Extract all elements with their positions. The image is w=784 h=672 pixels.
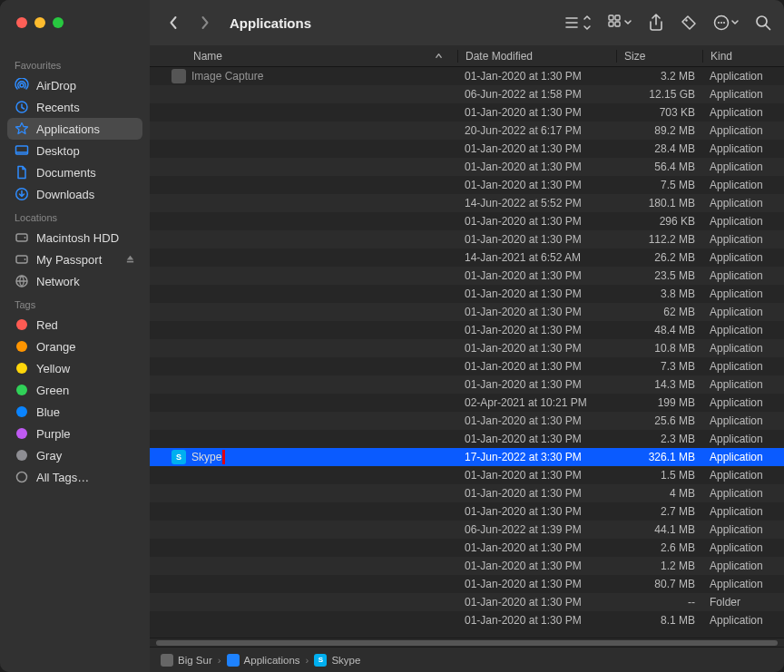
group-by-button[interactable] bbox=[608, 15, 632, 31]
file-list[interactable]: Image Capture01-Jan-2020 at 1:30 PM3.2 M… bbox=[150, 67, 784, 638]
file-row[interactable]: 14-Jun-2022 at 5:52 PM180.1 MBApplicatio… bbox=[150, 194, 784, 212]
sidebar-item-my-passport[interactable]: My Passport bbox=[7, 248, 142, 270]
sidebar-item-purple[interactable]: Purple bbox=[7, 423, 142, 444]
file-row[interactable]: 01-Jan-2020 at 1:30 PM--Folder bbox=[150, 593, 784, 611]
forward-button[interactable] bbox=[193, 12, 215, 34]
column-header-kind[interactable]: Kind bbox=[702, 50, 784, 63]
file-row[interactable]: 01-Jan-2020 at 1:30 PM2.7 MBApplication bbox=[150, 502, 784, 521]
file-kind: Application bbox=[702, 541, 784, 554]
column-header-size[interactable]: Size bbox=[616, 50, 702, 63]
sidebar-item-network[interactable]: Network bbox=[7, 270, 142, 292]
sidebar-item-blue[interactable]: Blue bbox=[7, 401, 142, 423]
path-segment[interactable]: Big Sur bbox=[161, 654, 212, 667]
sidebar-item-desktop[interactable]: Desktop bbox=[7, 140, 142, 161]
zoom-window-button[interactable] bbox=[53, 17, 64, 28]
file-row[interactable]: 01-Jan-2020 at 1:30 PM23.5 MBApplication bbox=[150, 267, 784, 285]
sidebar-item-gray[interactable]: Gray bbox=[7, 444, 142, 466]
file-row[interactable]: 02-Apr-2021 at 10:21 PM199 MBApplication bbox=[150, 394, 784, 412]
path-segment[interactable]: SSkype bbox=[314, 654, 360, 667]
sidebar-item-red[interactable]: Red bbox=[7, 314, 142, 336]
close-window-button[interactable] bbox=[16, 17, 27, 28]
column-headers: Name Date Modified Size Kind bbox=[150, 45, 784, 67]
sidebar-item-downloads[interactable]: Downloads bbox=[7, 183, 142, 205]
sidebar-item-label: Purple bbox=[36, 427, 71, 441]
sidebar-item-macintosh-hdd[interactable]: Macintosh HDD bbox=[7, 227, 142, 248]
file-row[interactable]: 01-Jan-2020 at 1:30 PM14.3 MBApplication bbox=[150, 375, 784, 394]
file-row[interactable]: 01-Jan-2020 at 1:30 PM56.4 MBApplication bbox=[150, 158, 784, 176]
file-row[interactable]: SSkype17-Jun-2022 at 3:30 PM326.1 MBAppl… bbox=[150, 448, 784, 466]
minimize-window-button[interactable] bbox=[34, 17, 45, 28]
file-date: 01-Jan-2020 at 1:30 PM bbox=[457, 70, 616, 83]
sidebar: FavouritesAirDropRecentsApplicationsDesk… bbox=[0, 45, 150, 672]
file-row[interactable]: 01-Jan-2020 at 1:30 PM1.2 MBApplication bbox=[150, 557, 784, 575]
file-row[interactable]: 01-Jan-2020 at 1:30 PM80.7 MBApplication bbox=[150, 575, 784, 593]
share-button[interactable] bbox=[648, 14, 664, 32]
eject-icon[interactable] bbox=[125, 253, 135, 267]
svg-rect-23 bbox=[127, 260, 133, 262]
file-row[interactable]: 01-Jan-2020 at 1:30 PM296 KBApplication bbox=[150, 212, 784, 230]
file-row[interactable]: 01-Jan-2020 at 1:30 PM62 MBApplication bbox=[150, 303, 784, 321]
file-size: 56.4 MB bbox=[616, 161, 702, 173]
sidebar-item-airdrop[interactable]: AirDrop bbox=[7, 74, 142, 96]
file-date: 01-Jan-2020 at 1:30 PM bbox=[457, 487, 616, 500]
file-row[interactable]: 01-Jan-2020 at 1:30 PM112.2 MBApplicatio… bbox=[150, 230, 784, 248]
sidebar-item-recents[interactable]: Recents bbox=[7, 96, 142, 118]
horizontal-scrollbar[interactable] bbox=[150, 638, 784, 647]
file-row[interactable]: 06-Jun-2022 at 1:58 PM12.15 GBApplicatio… bbox=[150, 85, 784, 103]
tag-icon bbox=[15, 317, 29, 332]
sidebar-item-label: Red bbox=[36, 318, 58, 332]
file-date: 01-Jan-2020 at 1:30 PM bbox=[457, 342, 616, 355]
sidebar-item-applications[interactable]: Applications bbox=[7, 118, 142, 140]
sidebar-item-label: All Tags… bbox=[36, 471, 89, 484]
file-row[interactable]: 01-Jan-2020 at 1:30 PM3.8 MBApplication bbox=[150, 285, 784, 303]
file-date: 01-Jan-2020 at 1:30 PM bbox=[457, 614, 616, 627]
file-row[interactable]: 01-Jan-2020 at 1:30 PM28.4 MBApplication bbox=[150, 140, 784, 158]
column-header-name[interactable]: Name bbox=[150, 50, 457, 63]
path-segment[interactable]: Applications bbox=[227, 654, 300, 667]
network-icon bbox=[15, 274, 29, 288]
file-row[interactable]: 20-Jun-2022 at 6:17 PM89.2 MBApplication bbox=[150, 122, 784, 140]
file-row[interactable]: 01-Jan-2020 at 1:30 PM7.3 MBApplication bbox=[150, 357, 784, 375]
path-label: Applications bbox=[244, 655, 300, 666]
file-row[interactable]: 01-Jan-2020 at 1:30 PM7.5 MBApplication bbox=[150, 176, 784, 194]
sidebar-item-green[interactable]: Green bbox=[7, 379, 142, 401]
scrollbar-thumb[interactable] bbox=[156, 640, 778, 646]
svg-point-11 bbox=[723, 22, 725, 24]
file-kind: Application bbox=[702, 161, 784, 173]
back-button[interactable] bbox=[162, 12, 184, 34]
column-header-date[interactable]: Date Modified bbox=[457, 50, 616, 63]
svg-point-22 bbox=[24, 258, 26, 260]
file-size: 7.3 MB bbox=[616, 360, 702, 373]
sidebar-item-yellow[interactable]: Yellow bbox=[7, 357, 142, 379]
file-row[interactable]: 01-Jan-2020 at 1:30 PM1.5 MBApplication bbox=[150, 466, 784, 484]
file-row[interactable]: 14-Jan-2021 at 6:52 AM26.2 MBApplication bbox=[150, 248, 784, 267]
file-row[interactable]: Image Capture01-Jan-2020 at 1:30 PM3.2 M… bbox=[150, 67, 784, 85]
file-row[interactable]: 01-Jan-2020 at 1:30 PM48.4 MBApplication bbox=[150, 321, 784, 339]
chevron-right-icon bbox=[200, 15, 210, 30]
file-kind: Application bbox=[702, 70, 784, 83]
tag-icon bbox=[15, 339, 29, 354]
action-menu-button[interactable] bbox=[713, 15, 739, 31]
sidebar-item-orange[interactable]: Orange bbox=[7, 336, 142, 357]
file-kind: Application bbox=[702, 287, 784, 300]
file-row[interactable]: 01-Jan-2020 at 1:30 PM4 MBApplication bbox=[150, 484, 784, 502]
file-row[interactable]: 01-Jan-2020 at 1:30 PM703 KBApplication bbox=[150, 103, 784, 122]
file-kind: Application bbox=[702, 124, 784, 137]
file-row[interactable]: 01-Jan-2020 at 1:30 PM8.1 MBApplication bbox=[150, 611, 784, 629]
file-kind: Application bbox=[702, 469, 784, 482]
file-row[interactable]: 01-Jan-2020 at 1:30 PM2.3 MBApplication bbox=[150, 430, 784, 448]
view-options-button[interactable] bbox=[564, 15, 592, 31]
file-row[interactable]: 01-Jan-2020 at 1:30 PM10.8 MBApplication bbox=[150, 339, 784, 357]
svg-line-13 bbox=[766, 25, 770, 30]
file-kind: Application bbox=[702, 360, 784, 373]
file-size: 4 MB bbox=[616, 487, 702, 500]
sidebar-item-documents[interactable]: Documents bbox=[7, 161, 142, 183]
file-kind: Application bbox=[702, 505, 784, 518]
sidebar-item-label: AirDrop bbox=[36, 79, 76, 93]
search-button[interactable] bbox=[755, 15, 771, 31]
file-row[interactable]: 01-Jan-2020 at 1:30 PM25.6 MBApplication bbox=[150, 412, 784, 430]
file-row[interactable]: 06-Jun-2022 at 1:39 PM44.1 MBApplication bbox=[150, 521, 784, 539]
file-row[interactable]: 01-Jan-2020 at 1:30 PM2.6 MBApplication bbox=[150, 539, 784, 557]
sidebar-item-all-tags-[interactable]: All Tags… bbox=[7, 466, 142, 488]
tags-button[interactable] bbox=[681, 15, 697, 31]
